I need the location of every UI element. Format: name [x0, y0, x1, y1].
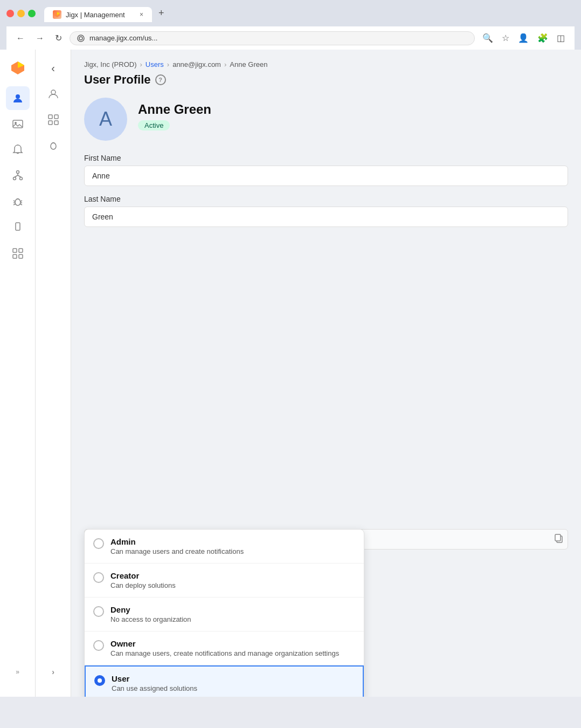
- secondary-grid-icon: [47, 114, 59, 126]
- option-desc-user: Can use assigned solutions: [112, 684, 197, 692]
- copy-button[interactable]: [554, 533, 564, 545]
- svg-point-2: [79, 37, 82, 40]
- secondary-sidebar-bug[interactable]: [42, 134, 65, 157]
- sidebar-item-users[interactable]: [6, 86, 30, 110]
- user-card: A Anne Green Active: [84, 98, 568, 141]
- svg-point-10: [16, 171, 19, 174]
- sidebar-collapse-button[interactable]: »: [6, 660, 30, 684]
- role-option-creator[interactable]: Creator Can deploy solutions: [85, 564, 364, 597]
- maximize-traffic-light[interactable]: [28, 10, 36, 17]
- hierarchy-icon: [12, 170, 24, 182]
- browser-tab[interactable]: Jigx | Management ×: [44, 7, 152, 22]
- navigation-bar: ← → ↻ manage.jigx.com/us... 🔍 ☆ 👤 🧩 ◫: [6, 26, 575, 50]
- breadcrumb-sep-1: ›: [140, 60, 142, 68]
- option-content-admin: Admin Can manage users and create notifi…: [110, 537, 244, 555]
- copy-icon: [554, 533, 564, 543]
- option-title-deny: Deny: [110, 605, 191, 614]
- secondary-sidebar-grid[interactable]: [42, 108, 65, 132]
- app-logo-icon: [10, 60, 25, 75]
- svg-line-22: [20, 204, 22, 205]
- sidebar-item-debug[interactable]: [6, 190, 30, 214]
- sidebar-item-device[interactable]: [6, 216, 30, 239]
- sidebar-item-hierarchy[interactable]: [6, 164, 30, 188]
- svg-rect-33: [54, 121, 58, 125]
- help-icon[interactable]: ?: [155, 74, 166, 85]
- option-desc-owner: Can manage users, create notifications a…: [110, 649, 339, 657]
- svg-rect-27: [13, 255, 17, 258]
- user-profile-icon: [47, 88, 59, 100]
- svg-rect-25: [13, 249, 17, 252]
- svg-rect-36: [555, 534, 561, 541]
- sidebar-logo[interactable]: [6, 56, 30, 80]
- page-title: User Profile: [84, 73, 151, 87]
- last-name-input[interactable]: [84, 207, 568, 227]
- svg-point-11: [13, 177, 16, 180]
- svg-point-29: [51, 90, 56, 94]
- radio-owner: [93, 640, 104, 651]
- page-title-row: User Profile ?: [84, 73, 568, 87]
- status-badge: Active: [138, 120, 170, 131]
- role-option-owner[interactable]: Owner Can manage users, create notificat…: [85, 631, 364, 665]
- search-icon[interactable]: 🔍: [479, 31, 496, 45]
- tab-close-button[interactable]: ×: [140, 11, 143, 18]
- sidebar-item-images[interactable]: [6, 112, 30, 136]
- tab-title: Jigx | Management: [66, 11, 125, 19]
- breadcrumb: Jigx, Inc (PROD) › Users › anne@jigx.com…: [84, 60, 568, 68]
- reload-button[interactable]: ↻: [52, 31, 65, 45]
- grid-icon: [12, 248, 24, 259]
- secondary-bug-icon: [47, 140, 59, 152]
- option-title-creator: Creator: [110, 571, 176, 580]
- first-name-group: First Name: [84, 154, 568, 186]
- role-dropdown-wrapper: Admin Can manage users and create notifi…: [84, 529, 568, 562]
- forward-button[interactable]: →: [32, 31, 47, 45]
- option-title-user: User: [112, 674, 197, 683]
- device-icon: [12, 222, 24, 233]
- sidebar-toggle-icon[interactable]: ◫: [554, 31, 568, 45]
- option-content-deny: Deny No access to organization: [110, 605, 191, 623]
- bookmark-icon[interactable]: ☆: [499, 31, 513, 45]
- svg-point-16: [15, 199, 20, 205]
- address-bar[interactable]: manage.jigx.com/us...: [70, 31, 475, 45]
- user-name: Anne Green: [138, 102, 211, 117]
- last-name-label: Last Name: [84, 195, 568, 203]
- main-content: Jigx, Inc (PROD) › Users › anne@jigx.com…: [71, 50, 581, 697]
- svg-rect-23: [16, 223, 20, 230]
- role-option-user[interactable]: User Can use assigned solutions: [85, 665, 364, 697]
- close-traffic-light[interactable]: [6, 10, 14, 17]
- sidebar-item-grid[interactable]: [6, 242, 30, 265]
- option-desc-admin: Can manage users and create notification…: [110, 547, 244, 555]
- breadcrumb-sep-3: ›: [224, 60, 226, 68]
- url-text: manage.jigx.com/us...: [89, 34, 157, 42]
- role-dropdown-menu[interactable]: Admin Can manage users and create notifi…: [84, 529, 364, 697]
- bug-icon: [12, 196, 24, 208]
- breadcrumb-sep-2: ›: [167, 60, 169, 68]
- radio-deny: [93, 606, 104, 617]
- sidebar-item-notifications[interactable]: [6, 138, 30, 162]
- svg-rect-30: [49, 115, 52, 119]
- role-option-deny[interactable]: Deny No access to organization: [85, 597, 364, 631]
- svg-rect-31: [54, 115, 58, 119]
- profile-icon[interactable]: 👤: [515, 31, 532, 45]
- tab-favicon: [53, 10, 61, 19]
- new-tab-button[interactable]: +: [152, 4, 171, 22]
- secondary-sidebar-back[interactable]: ‹: [42, 56, 65, 80]
- radio-user-inner: [98, 678, 102, 683]
- back-button[interactable]: ←: [13, 31, 28, 45]
- svg-line-14: [15, 175, 18, 177]
- images-icon: [12, 118, 24, 130]
- extension-icon[interactable]: 🧩: [534, 31, 551, 45]
- svg-rect-28: [19, 255, 23, 258]
- option-desc-creator: Can deploy solutions: [110, 581, 176, 589]
- svg-line-15: [18, 175, 21, 177]
- breadcrumb-users-link[interactable]: Users: [146, 60, 164, 68]
- minimize-traffic-light[interactable]: [17, 10, 25, 17]
- first-name-input[interactable]: [84, 166, 568, 186]
- svg-point-12: [19, 177, 22, 180]
- secondary-sidebar-user[interactable]: [42, 82, 65, 106]
- option-content-creator: Creator Can deploy solutions: [110, 571, 176, 589]
- svg-point-34: [51, 143, 56, 149]
- role-option-admin[interactable]: Admin Can manage users and create notifi…: [85, 530, 364, 564]
- radio-user: [94, 675, 105, 686]
- secondary-collapse-button[interactable]: ›: [42, 660, 65, 684]
- svg-rect-32: [49, 121, 52, 125]
